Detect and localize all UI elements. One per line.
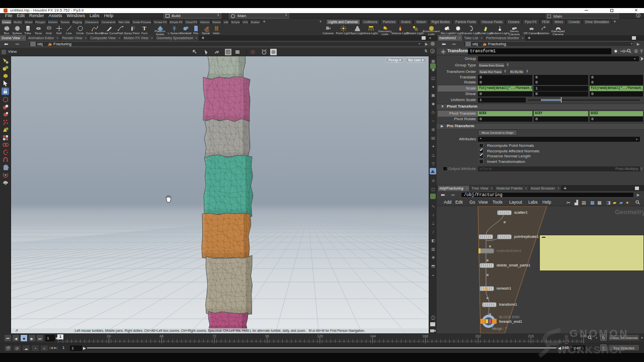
svg-text:240: 240 <box>581 334 587 338</box>
svg-text:24: 24 <box>107 334 111 338</box>
svg-text:120: 120 <box>317 334 323 338</box>
svg-text:48: 48 <box>159 334 164 338</box>
svg-text:168: 168 <box>422 334 428 338</box>
svg-text:144: 144 <box>370 334 376 338</box>
svg-text:216: 216 <box>528 334 534 338</box>
svg-text:96: 96 <box>265 334 269 338</box>
svg-text:192: 192 <box>475 334 481 338</box>
svg-text:72: 72 <box>212 334 216 338</box>
